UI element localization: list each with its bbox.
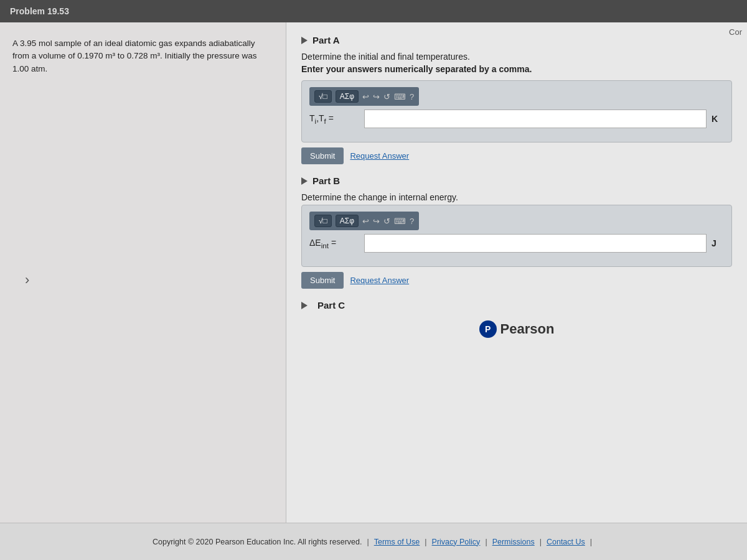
part-a-action-row: Submit Request Answer: [301, 147, 732, 164]
part-a-input-row: Ti,Tf = K: [309, 110, 724, 128]
part-c-header: Part C: [301, 300, 732, 310]
right-panel: Cor Part A Determine the initial and fin…: [286, 22, 747, 523]
footer-sep-2: |: [425, 538, 426, 546]
footer: Copyright © 2020 Pearson Education Inc. …: [0, 523, 747, 560]
part-b-symbol-btn[interactable]: ΑΣφ: [336, 215, 359, 227]
part-b-answer-input[interactable]: [364, 234, 707, 253]
part-a-keyboard-icon[interactable]: ⌨: [394, 92, 406, 101]
footer-permissions-link[interactable]: Permissions: [492, 538, 535, 546]
part-a-input-container: √□ ΑΣφ ↩ ↪ ↺ ⌨ ? Ti,Tf = K: [301, 80, 732, 142]
pearson-brand-name: Pearson: [500, 321, 555, 337]
part-b-submit-button[interactable]: Submit: [301, 272, 344, 289]
part-b-symbol-label: ΑΣφ: [340, 217, 354, 225]
pearson-logo-area: P Pearson: [301, 320, 732, 338]
part-b-input-label: ΔEint =: [309, 238, 359, 250]
footer-sep-1: |: [367, 538, 369, 546]
part-b-sqrt-btn[interactable]: √□: [314, 215, 332, 227]
page-title: Problem 19.53: [10, 6, 69, 16]
part-a-sqrt-btn[interactable]: √□: [314, 90, 332, 103]
part-a-help-icon[interactable]: ?: [410, 92, 414, 101]
part-b-instruction1: Determine the change in internal energy.: [301, 192, 732, 202]
part-a-instruction2: Enter your answers numerically separated…: [301, 64, 732, 74]
symbol-label: ΑΣφ: [340, 92, 354, 101]
part-b-undo-icon[interactable]: ↩: [362, 217, 369, 226]
footer-sep-4: |: [540, 538, 542, 546]
part-a-unit: K: [712, 114, 724, 124]
part-a-toolbar: √□ ΑΣφ ↩ ↪ ↺ ⌨ ?: [309, 87, 419, 106]
part-a-header: Part A: [301, 35, 732, 45]
part-a-refresh-icon[interactable]: ↺: [383, 92, 390, 101]
part-a-answer-input[interactable]: [364, 110, 707, 128]
part-b-title: Part B: [312, 175, 340, 186]
part-a-input-label: Ti,Tf =: [309, 113, 359, 125]
nav-arrow[interactable]: ›: [25, 272, 29, 288]
part-c-toggle[interactable]: [301, 302, 308, 309]
left-panel: A 3.95 mol sample of an ideal diatomic g…: [0, 22, 286, 523]
footer-contact-link[interactable]: Contact Us: [547, 538, 585, 546]
part-b-refresh-icon[interactable]: ↺: [383, 217, 390, 226]
pearson-logo-letter: P: [485, 324, 491, 334]
part-a-undo-icon[interactable]: ↩: [362, 92, 369, 101]
main-content: A 3.95 mol sample of an ideal diatomic g…: [0, 22, 747, 523]
part-b-help-icon[interactable]: ?: [410, 217, 414, 226]
footer-sep-3: |: [485, 538, 487, 546]
sqrt-icon: √□: [319, 92, 327, 101]
part-a-request-answer-button[interactable]: Request Answer: [350, 151, 409, 161]
part-b-input-container: √□ ΑΣφ ↩ ↪ ↺ ⌨ ? ΔEint = J: [301, 205, 732, 267]
part-a-title: Part A: [312, 35, 340, 45]
footer-privacy-link[interactable]: Privacy Policy: [432, 538, 481, 546]
part-b-redo-icon[interactable]: ↪: [373, 217, 380, 226]
part-b-input-row: ΔEint = J: [309, 234, 724, 253]
part-a-submit-button[interactable]: Submit: [301, 147, 344, 164]
footer-copyright: Copyright © 2020 Pearson Education Inc. …: [153, 538, 362, 546]
part-b-section: Part B Determine the change in internal …: [301, 175, 732, 289]
part-a-redo-icon[interactable]: ↪: [373, 92, 380, 101]
part-b-toggle[interactable]: [301, 177, 308, 185]
part-a-section: Part A Determine the initial and final t…: [301, 35, 732, 164]
footer-sep-5: |: [590, 538, 592, 546]
part-b-unit: J: [712, 238, 724, 248]
part-b-sqrt-icon: √□: [319, 217, 327, 225]
part-b-keyboard-icon[interactable]: ⌨: [394, 217, 406, 226]
part-b-request-answer-button[interactable]: Request Answer: [350, 276, 409, 285]
corner-label: Cor: [729, 27, 747, 37]
part-c-title: Part C: [317, 300, 345, 310]
footer-terms-link[interactable]: Terms of Use: [374, 538, 420, 546]
part-a-toggle[interactable]: [301, 37, 308, 44]
part-a-instruction1: Determine the initial and final temperat…: [301, 52, 732, 62]
pearson-logo-circle: P: [479, 320, 497, 338]
problem-text: A 3.95 mol sample of an ideal diatomic g…: [12, 37, 273, 75]
part-b-toolbar: √□ ΑΣφ ↩ ↪ ↺ ⌨ ?: [309, 212, 419, 230]
top-bar: Problem 19.53: [0, 0, 747, 22]
part-a-symbol-btn[interactable]: ΑΣφ: [336, 90, 359, 103]
part-c-section: Part C: [301, 300, 732, 310]
part-b-header: Part B: [301, 175, 732, 186]
part-b-action-row: Submit Request Answer: [301, 272, 732, 289]
